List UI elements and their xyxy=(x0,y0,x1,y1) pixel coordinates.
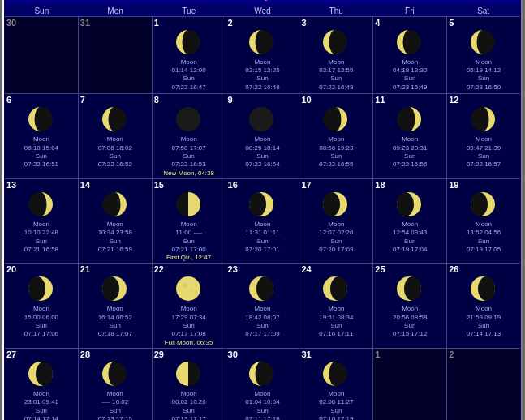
day-header: Mon xyxy=(79,6,153,17)
day-number: 1 xyxy=(375,350,380,359)
moon-phase-image xyxy=(27,360,56,389)
svg-point-43 xyxy=(256,276,273,301)
calendar-day[interactable]: 13Moon 10:10 22:48 Sun 07:21 16:58 xyxy=(5,179,78,264)
day-number: 4 xyxy=(375,19,380,28)
svg-point-27 xyxy=(397,192,414,216)
calendar-day[interactable]: 15Moon 11:00 ---- Sun 07:21 17:00First Q… xyxy=(153,179,226,264)
day-number: 19 xyxy=(449,181,458,190)
phase-label: First Qtr., 12:47 xyxy=(166,254,211,261)
day-header: Fri xyxy=(373,6,447,17)
moon-phase-image xyxy=(174,275,204,304)
svg-point-10 xyxy=(176,107,200,131)
day-header: Wed xyxy=(226,6,299,17)
calendar-day[interactable]: 26Moon 21:59 09:19 Sun 07:14 17:13 xyxy=(447,264,520,348)
calendar-day[interactable]: 29Moon 00:02 10:26 Sun 07:13 17:17Last Q… xyxy=(153,349,226,420)
calendar-day[interactable]: 1 xyxy=(373,349,446,420)
moon-phase-image xyxy=(27,275,56,304)
calendar-day[interactable]: 5Moon 05:19 14:12 Sun 07:23 16:50 xyxy=(447,17,520,94)
calendar: SunMonTueWedThuFriSat 30311Moon 01:14 12… xyxy=(4,5,521,420)
day-number: 22 xyxy=(154,265,164,274)
calendar-day[interactable]: 6Moon 06:18 15:04 Sun 07:22 16:51 xyxy=(5,94,78,178)
moon-times: Moon 13:52 04:56 Sun 07:19 17:05 xyxy=(467,221,501,255)
moon-times: Moon 16:14 06:52 Sun 07:18 17:07 xyxy=(98,305,132,339)
svg-point-33 xyxy=(28,276,45,301)
moon-times: Moon ---- 10:02 Sun 07:13 17:15 xyxy=(98,390,132,420)
day-number: 16 xyxy=(228,181,238,190)
calendar-day[interactable]: 2Moon 02:15 12:25 Sun 07:22 16:48 xyxy=(226,17,299,94)
moon-times: Moon 01:04 10:54 Sun 07:11 17:18 xyxy=(245,390,279,420)
day-number: 31 xyxy=(80,19,90,28)
moon-times: Moon 18:42 08:07 Sun 07:17 17:09 xyxy=(245,305,279,339)
main-window: Moon Phase Calendar ▣ ? ✕ Back Forward J… xyxy=(2,0,523,420)
calendar-day[interactable]: 9Moon 08:25 18:14 Sun 07:22 16:54 xyxy=(226,94,299,178)
calendar-day[interactable]: 7Moon 07:06 16:02 Sun 07:22 16:52 xyxy=(79,94,152,178)
day-number: 20 xyxy=(6,265,16,274)
day-header: Thu xyxy=(299,6,373,17)
svg-point-36 xyxy=(102,276,119,301)
svg-point-30 xyxy=(471,192,488,216)
svg-point-12 xyxy=(249,107,273,131)
phase-label: New Moon, 04:38 xyxy=(163,169,214,177)
calendar-day[interactable]: 19Moon 13:52 04:56 Sun 07:19 17:05 xyxy=(447,179,520,264)
moon-times: Moon 12:54 03:43 Sun 07:19 17:04 xyxy=(393,221,427,255)
day-number: 26 xyxy=(449,265,458,274)
calendar-day[interactable]: 23Moon 18:42 08:07 Sun 07:17 17:09 xyxy=(226,264,299,348)
calendar-day[interactable]: 20Moon 15:00 06:00 Sun 07:17 17:06 xyxy=(5,264,78,348)
svg-point-21 xyxy=(249,192,266,216)
calendar-day[interactable]: 16Moon 11:31 01:11 Sun 07:20 17:01 xyxy=(226,179,299,264)
moon-times: Moon 11:00 ---- Sun 07:21 17:00 xyxy=(172,221,206,255)
moon-times: Moon 09:23 20:31 Sun 07:22 16:56 xyxy=(393,135,427,169)
calendar-day[interactable]: 21Moon 16:14 06:52 Sun 07:18 17:07 xyxy=(79,264,152,348)
calendar-day[interactable]: 2 xyxy=(447,349,520,420)
moon-phase-image xyxy=(27,191,56,220)
calendar-day[interactable]: 3Moon 03:17 12:55 Sun 07:22 16:48 xyxy=(299,17,372,94)
calendar-day[interactable]: 1Moon 01:14 12:00 Sun 07:22 16:47 xyxy=(153,17,226,94)
calendar-day[interactable]: 17Moon 12:07 02:26 Sun 07:20 17:03 xyxy=(299,179,372,264)
day-number: 9 xyxy=(228,96,233,105)
calendar-day[interactable]: 31Moon 02:06 11:27 Sun 07:10 17:19 xyxy=(299,349,372,420)
calendar-day[interactable]: 25Moon 20:56 08:58 Sun 07:15 17:12 xyxy=(373,264,446,348)
moon-times: Moon 08:25 18:14 Sun 07:22 16:54 xyxy=(245,135,279,169)
day-number: 6 xyxy=(6,96,11,105)
svg-point-24 xyxy=(323,192,340,216)
moon-phase-image xyxy=(321,105,351,135)
svg-point-39 xyxy=(183,283,187,288)
moon-phase-image xyxy=(469,105,498,135)
calendar-day[interactable]: 31 xyxy=(79,17,152,94)
calendar-day[interactable]: 28Moon ---- 10:02 Sun 07:13 17:15 xyxy=(79,349,152,420)
calendar-day[interactable]: 11Moon 09:23 20:31 Sun 07:22 16:56 xyxy=(373,94,446,178)
day-number: 24 xyxy=(301,265,311,274)
moon-phase-image xyxy=(247,191,277,220)
day-headers: SunMonTueWedThuFriSat xyxy=(5,6,520,17)
day-number: 21 xyxy=(80,265,90,274)
moon-phase-image xyxy=(469,275,498,304)
calendar-day[interactable]: 12Moon 09:47 21:39 Sun 07:22 16:57 xyxy=(447,94,520,178)
moon-times: Moon 11:31 01:11 Sun 07:20 17:01 xyxy=(245,221,279,255)
calendar-day[interactable]: 27Moon 23:01 09:41 Sun 07:14 17:14 xyxy=(5,349,78,420)
calendar-day[interactable]: 30Moon 01:04 10:54 Sun 07:11 17:18 xyxy=(226,349,299,420)
moon-phase-image xyxy=(101,360,130,389)
day-number: 15 xyxy=(154,181,164,190)
day-header: Tue xyxy=(152,6,226,17)
day-number: 28 xyxy=(80,350,90,359)
moon-times: Moon 10:34 23:58 Sun 07:21 16:59 xyxy=(98,221,132,255)
calendar-day[interactable]: 30 xyxy=(5,17,78,94)
calendar-day[interactable]: 14Moon 10:34 23:58 Sun 07:21 16:59 xyxy=(79,179,152,264)
calendar-day[interactable]: 10Moon 08:56 19:23 Sun 07:22 16:55 xyxy=(299,94,372,178)
moon-times: Moon 19:51 08:34 Sun 07:16 17:11 xyxy=(319,305,353,339)
moon-phase-image xyxy=(101,105,130,135)
calendar-day[interactable]: 4Moon 04:18 13:30 Sun 07:23 16:49 xyxy=(373,17,446,94)
calendar-day[interactable]: 22Moon 17:29 07:34 Sun 07:17 17:08Full M… xyxy=(153,264,226,348)
moon-phase-image xyxy=(395,105,424,135)
moon-times: Moon 03:17 12:55 Sun 07:22 16:48 xyxy=(319,58,353,92)
calendar-day[interactable]: 8Moon 07:50 17:07 Sun 07:22 16:53New Moo… xyxy=(153,94,226,178)
moon-times: Moon 07:06 16:02 Sun 07:22 16:52 xyxy=(98,135,132,169)
day-number: 14 xyxy=(80,181,90,190)
day-number: 30 xyxy=(228,350,238,359)
calendar-day[interactable]: 18Moon 12:54 03:43 Sun 07:19 17:04 xyxy=(373,179,446,264)
calendar-day[interactable]: 24Moon 19:51 08:34 Sun 07:16 17:11 xyxy=(299,264,372,348)
moon-phase-image xyxy=(247,28,277,58)
moon-times: Moon 10:10 22:48 Sun 07:21 16:58 xyxy=(24,221,58,255)
moon-times: Moon 07:50 17:07 Sun 07:22 16:53 xyxy=(172,135,206,169)
moon-times: Moon 17:29 07:34 Sun 07:17 17:08 xyxy=(172,305,206,339)
